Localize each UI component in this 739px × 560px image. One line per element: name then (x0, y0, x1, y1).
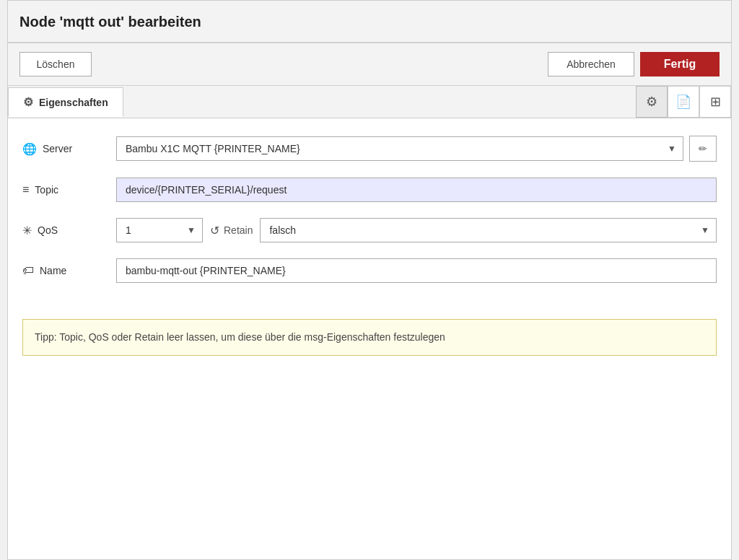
topic-label: ≡ Topic (22, 183, 116, 196)
page-title: Node 'mqtt out' bearbeiten (19, 14, 720, 30)
gear-icon: ⚙ (23, 95, 33, 109)
tab-doc-button[interactable]: 📄 (668, 86, 699, 118)
server-group: Bambu X1C MQTT {PRINTER_NAME} ▼ ✏ (116, 136, 717, 162)
retain-label-group: ↺ Retain (210, 224, 253, 237)
name-input[interactable] (116, 258, 717, 283)
qos-select[interactable]: 0 1 2 (116, 218, 203, 242)
name-row: 🏷 Name (22, 258, 717, 283)
server-edit-button[interactable]: ✏ (689, 136, 717, 162)
done-button[interactable]: Fertig (640, 52, 720, 76)
server-label: 🌐 Server (22, 142, 116, 156)
tab-layout-button[interactable]: ⊞ (699, 86, 731, 118)
qos-row: ✳ QoS 0 1 2 ▼ ↺ Retain (22, 218, 717, 242)
panel: Node 'mqtt out' bearbeiten Löschen Abbre… (7, 0, 732, 560)
delete-button[interactable]: Löschen (19, 52, 92, 76)
asterisk-icon: ✳ (22, 224, 32, 237)
server-row: 🌐 Server Bambu X1C MQTT {PRINTER_NAME} ▼… (22, 136, 717, 162)
lines-icon: ≡ (22, 183, 29, 196)
retain-select-wrapper: falsch wahr ▼ (260, 218, 717, 242)
tabs-row: ⚙ Eigenschaften ⚙ 📄 ⊞ (8, 86, 731, 118)
topic-row: ≡ Topic (22, 178, 717, 202)
globe-icon: 🌐 (22, 142, 37, 156)
tab-properties[interactable]: ⚙ Eigenschaften (8, 87, 123, 117)
qos-select-wrapper: 0 1 2 ▼ (116, 218, 203, 242)
tab-properties-label: Eigenschaften (39, 97, 108, 108)
tab-actions: ⚙ 📄 ⊞ (636, 86, 731, 118)
tag-icon: 🏷 (22, 264, 34, 277)
server-select[interactable]: Bambu X1C MQTT {PRINTER_NAME} (116, 136, 683, 161)
title-bar: Node 'mqtt out' bearbeiten (8, 1, 731, 43)
qos-label: ✳ QoS (22, 224, 116, 237)
tab-settings-button[interactable]: ⚙ (636, 86, 668, 118)
topic-input[interactable] (116, 178, 717, 202)
server-select-wrapper: Bambu X1C MQTT {PRINTER_NAME} ▼ (116, 136, 683, 161)
form-area: 🌐 Server Bambu X1C MQTT {PRINTER_NAME} ▼… (8, 118, 731, 313)
retain-icon: ↺ (210, 224, 219, 237)
cancel-button[interactable]: Abbrechen (548, 52, 634, 76)
toolbar: Löschen Abbrechen Fertig (8, 43, 731, 86)
qos-group: 0 1 2 ▼ ↺ Retain falsch wahr ▼ (116, 218, 717, 242)
name-label: 🏷 Name (22, 264, 116, 277)
tip-box: Tipp: Topic, QoS oder Retain leer lassen… (22, 319, 717, 356)
tip-text: Tipp: Topic, QoS oder Retain leer lassen… (35, 331, 445, 343)
retain-select[interactable]: falsch wahr (260, 218, 717, 242)
